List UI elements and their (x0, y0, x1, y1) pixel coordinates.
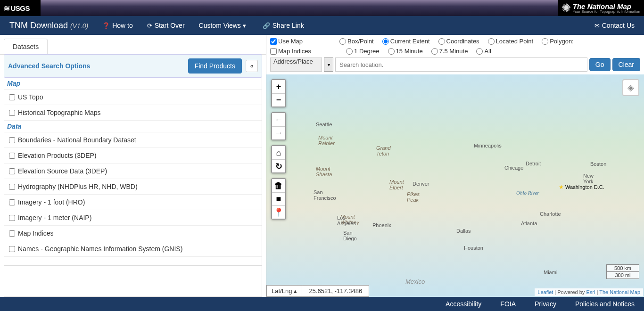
search-location-input[interactable] (335, 57, 587, 72)
zoom-in-button[interactable]: + (272, 80, 285, 93)
label-minneapolis: Minneapolis (474, 143, 502, 148)
ds-gnis[interactable]: Names - Geographic Names Information Sys… (4, 241, 262, 257)
radio-locatedpoint[interactable] (488, 38, 495, 45)
dataset-list[interactable]: Map US Topo Historical Topographic Maps … (4, 78, 262, 266)
checkbox-elevsrc[interactable] (9, 168, 15, 174)
label-dallas: Dallas (456, 228, 471, 234)
map[interactable]: + − ← → ⌂ ↻ 🗑 ■ 📍 ◈ (266, 74, 644, 297)
label-la2: Los Angeles (337, 215, 356, 226)
label-mexico: Mexico (405, 278, 425, 285)
checkbox-ustopo[interactable] (9, 94, 15, 100)
ds-mapidx[interactable]: Map Indices (4, 226, 262, 241)
radio-boxpoint[interactable] (339, 38, 346, 45)
ds-elevsrc[interactable]: Elevation Source Data (3DEP) (4, 164, 262, 179)
label-rainier: Mount Rainier (318, 135, 335, 146)
go-button[interactable]: Go (589, 58, 611, 71)
radio-1degree[interactable] (346, 48, 353, 55)
chk-mapindices[interactable] (270, 48, 277, 55)
radio-75min[interactable] (431, 48, 438, 55)
usgs-logo[interactable]: ≋ USGS (0, 0, 41, 16)
radio-15min[interactable] (388, 48, 395, 55)
collapse-panel-button[interactable]: « (246, 60, 258, 72)
label-charlotte: Charlotte (540, 211, 561, 217)
radio-coordinates[interactable] (438, 38, 445, 45)
checkbox-hydro[interactable] (9, 184, 15, 190)
map-attribution: Leaflet | Powered by Esri | The National… (535, 288, 643, 296)
ds-elev3dep[interactable]: Elevation Products (3DEP) (4, 148, 262, 164)
footer-foia[interactable]: FOIA (500, 300, 516, 308)
label-pikes: Pikes Peak (407, 191, 420, 203)
scale-mi: 300 mi (607, 271, 639, 278)
footer-policies[interactable]: Policies and Notices (575, 300, 635, 308)
marker-button[interactable]: 📍 (272, 205, 285, 219)
latlng-value: 25.6521, -117.3486 (302, 285, 369, 297)
zoom-out-button[interactable]: − (272, 93, 285, 106)
label-ohio: Ohio River (516, 190, 539, 196)
nav-sharelink[interactable]: 🔗Share Link (263, 22, 304, 29)
tab-row: Datasets (0, 39, 266, 55)
history-back-button: ← (272, 113, 285, 126)
tab-datasets[interactable]: Datasets (4, 39, 48, 54)
nav-contact[interactable]: ✉Contact Us (594, 22, 635, 29)
radio-polygon[interactable] (542, 38, 548, 45)
footer-accessibility[interactable]: Accessibility (446, 300, 481, 308)
latlng-toggle[interactable]: Lat/Lng ▴ (266, 285, 302, 297)
checkbox-histtopo[interactable] (9, 110, 15, 116)
nav-howto[interactable]: ❓How to (102, 22, 133, 29)
ds-boundaries[interactable]: Boundaries - National Boundary Dataset (4, 132, 262, 148)
checkbox-elev3dep[interactable] (9, 153, 15, 159)
label-grandteton: Grand Teton (376, 145, 391, 156)
tnm-logo[interactable]: ✺ The National Map Your Source for Topog… (558, 0, 644, 16)
nav-startover[interactable]: ⟳Start Over (147, 22, 185, 29)
nav-customviews[interactable]: Custom Views▾ (199, 22, 248, 29)
latlng-display: Lat/Lng ▴ 25.6521, -117.3486 (266, 285, 369, 297)
checkbox-mapidx[interactable] (9, 230, 15, 237)
scale-km: 500 km (607, 265, 639, 271)
delete-button[interactable]: 🗑 (272, 179, 285, 192)
map-aoi-controls: Use Map Box/Point Current Extent Coordin… (266, 35, 644, 74)
layers-button[interactable]: ◈ (622, 79, 639, 96)
radio-currentextent[interactable] (382, 38, 389, 45)
chk-usemap[interactable] (270, 38, 277, 45)
label-chicago: Chicago (504, 165, 523, 171)
ds-histtopo[interactable]: Historical Topographic Maps (4, 105, 262, 121)
question-icon: ❓ (102, 22, 110, 29)
label-detroit: Detroit (526, 161, 541, 166)
compass-icon: ✺ (561, 1, 571, 15)
radio-all[interactable] (476, 48, 483, 55)
mail-icon: ✉ (594, 22, 600, 29)
checkbox-boundaries[interactable] (9, 137, 15, 143)
refresh-icon: ⟳ (147, 22, 152, 29)
label-miami: Miami (544, 270, 557, 275)
link-leaflet[interactable]: Leaflet (537, 289, 553, 295)
label-houston: Houston (464, 245, 483, 251)
search-type-dropdown-button[interactable]: ▾ (324, 57, 333, 72)
checkbox-gnis[interactable] (9, 246, 15, 252)
ds-ustopo[interactable]: US Topo (4, 90, 262, 105)
view-group: ⌂ ↻ (271, 145, 286, 173)
refresh-map-button[interactable]: ↻ (272, 159, 285, 172)
left-panel: Datasets Advanced Search Options Find Pr… (0, 35, 266, 297)
advanced-search-link[interactable]: Advanced Search Options (8, 62, 90, 70)
link-esri[interactable]: Esri (586, 289, 595, 295)
ds-img1ft[interactable]: Imagery - 1 foot (HRO) (4, 195, 262, 210)
label-sf: San Francisco (314, 189, 336, 201)
checkbox-img1ft[interactable] (9, 199, 15, 205)
caret-down-icon: ▾ (243, 22, 246, 29)
tnm-subtitle: Your Source for Topographic Information (573, 9, 640, 14)
find-products-button[interactable]: Find Products (188, 58, 242, 74)
rectangle-button[interactable]: ■ (272, 192, 285, 205)
clear-button[interactable]: Clear (612, 58, 640, 71)
label-seattle: Seattle (316, 122, 332, 127)
label-denver: Denver (413, 181, 429, 187)
footer-privacy[interactable]: Privacy (535, 300, 556, 308)
usgs-wave-icon: ≋ (4, 4, 10, 13)
ds-img1m[interactable]: Imagery - 1 meter (NAIP) (4, 210, 262, 226)
layers-icon: ◈ (627, 82, 634, 93)
link-tnm[interactable]: The National Map (599, 289, 640, 295)
section-map: Map (4, 78, 262, 90)
home-button[interactable]: ⌂ (272, 146, 285, 159)
caret-up-icon: ▴ (294, 287, 297, 295)
ds-hydro[interactable]: Hydrography (NHDPlus HR, NHD, WBD) (4, 179, 262, 195)
checkbox-img1m[interactable] (9, 215, 15, 221)
